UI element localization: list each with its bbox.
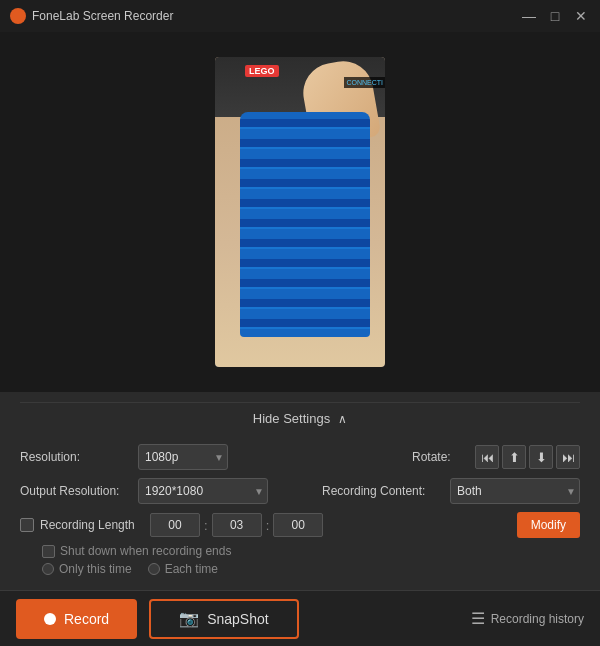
shutdown-checkbox[interactable] [42,545,55,558]
hours-input[interactable] [150,513,200,537]
shutdown-option: Shut down when recording ends [42,544,231,558]
preview-area: LEGO CONNECTI [0,32,600,392]
title-bar-controls: — □ ✕ [520,7,590,25]
output-resolution-label: Output Resolution: [20,484,130,498]
app-title: FoneLab Screen Recorder [32,9,173,23]
title-bar-left: FoneLab Screen Recorder [10,8,173,24]
maximize-button[interactable]: □ [546,7,564,25]
rotate-up-btn[interactable]: ⬆ [502,445,526,469]
preview-image: LEGO CONNECTI [215,57,385,367]
hide-settings-label: Hide Settings [253,411,330,426]
rotate-section: Rotate: ⏮ ⬆ ⬇ ⏭ [412,445,580,469]
camera-icon: 📷 [179,609,199,628]
output-resolution-select-wrapper: 1920*1080 ▼ [138,478,268,504]
record-dot-icon [44,613,56,625]
sub-options-row: Shut down when recording ends [20,544,580,558]
history-label: Recording history [491,612,584,626]
rotate-buttons: ⏮ ⬆ ⬇ ⏭ [475,445,580,469]
resolution-select[interactable]: 1080p [138,444,228,470]
each-time-radio[interactable] [148,563,160,575]
resolution-label: Resolution: [20,450,130,464]
rotate-last-btn[interactable]: ⏭ [556,445,580,469]
title-bar: FoneLab Screen Recorder — □ ✕ [0,0,600,32]
app-icon [10,8,26,24]
settings-panel: Hide Settings ∧ Resolution: 1080p ▼ Rota… [0,392,600,590]
only-this-time-label: Only this time [59,562,132,576]
recording-content-select-wrapper: Both ▼ [450,478,580,504]
recording-length-checkbox-wrapper: Recording Length [20,518,150,532]
recording-length-row: Recording Length : : Modify [20,512,580,538]
snapshot-button[interactable]: 📷 SnapShot [149,599,299,639]
chevron-up-icon: ∧ [338,412,347,426]
hide-settings-bar[interactable]: Hide Settings ∧ [20,402,580,434]
rotate-first-btn[interactable]: ⏮ [475,445,499,469]
seconds-input[interactable] [273,513,323,537]
modify-button[interactable]: Modify [517,512,580,538]
recording-length-checkbox[interactable] [20,518,34,532]
recording-length-label: Recording Length [40,518,135,532]
resolution-select-wrapper: 1080p ▼ [138,444,228,470]
only-this-time-radio[interactable] [42,563,54,575]
recording-history-button[interactable]: ☰ Recording history [471,609,584,628]
rotate-down-btn[interactable]: ⬇ [529,445,553,469]
bottom-bar: Record 📷 SnapShot ☰ Recording history [0,590,600,646]
each-time-label: Each time [165,562,218,576]
record-label: Record [64,611,109,627]
time-separator-1: : [204,518,208,533]
output-resolution-row: Output Resolution: 1920*1080 ▼ Recording… [20,478,580,504]
recording-content-section: Recording Content: Both ▼ [322,478,580,504]
resolution-row: Resolution: 1080p ▼ Rotate: ⏮ ⬆ ⬇ ⏭ [20,444,580,470]
recording-content-label: Recording Content: [322,484,442,498]
minimize-button[interactable]: — [520,7,538,25]
record-button[interactable]: Record [16,599,137,639]
each-time-option[interactable]: Each time [148,562,218,576]
only-this-time-option[interactable]: Only this time [42,562,132,576]
close-button[interactable]: ✕ [572,7,590,25]
minutes-input[interactable] [212,513,262,537]
output-resolution-select[interactable]: 1920*1080 [138,478,268,504]
time-inputs: : : [150,513,507,537]
radio-options-row: Only this time Each time [20,562,580,576]
shutdown-label: Shut down when recording ends [60,544,231,558]
time-separator-2: : [266,518,270,533]
history-icon: ☰ [471,609,485,628]
rotate-label: Rotate: [412,450,467,464]
recording-content-select[interactable]: Both [450,478,580,504]
snapshot-label: SnapShot [207,611,269,627]
